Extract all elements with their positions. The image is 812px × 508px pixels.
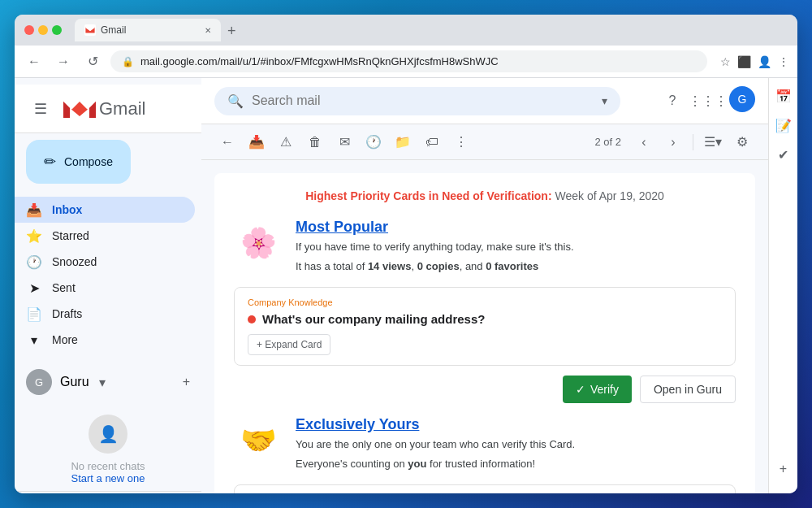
email-count: 2 of 2 xyxy=(594,136,621,148)
search-dropdown-icon[interactable]: ▾ xyxy=(602,94,607,107)
hamburger-button[interactable]: ☰ xyxy=(28,93,54,124)
verify-icon-1: ✓ xyxy=(576,383,585,396)
compose-button[interactable]: ✏ Compose xyxy=(26,140,131,184)
right-panel-calendar-icon[interactable]: 📅 xyxy=(772,85,795,107)
menu-icon[interactable]: ⋮ xyxy=(778,55,789,68)
url-bar[interactable]: 🔒 mail.google.com/mail/u/1/#inbox/FMfcgx… xyxy=(110,50,707,72)
gmail-favicon-icon xyxy=(84,24,96,36)
gmail-m-icon xyxy=(63,98,96,119)
sidebar-item-snoozed[interactable]: 🕐 Snoozed xyxy=(15,249,195,275)
start-new-chat-link[interactable]: Start a new one xyxy=(71,472,145,484)
address-right-icons: ☆ ⬛ 👤 ⋮ xyxy=(720,55,789,68)
card-exclusively-yours: 🤝 Exclusively Yours You are the only one… xyxy=(234,416,736,471)
user-label: Guru xyxy=(60,375,89,389)
chat-avatar: 👤 xyxy=(89,415,127,454)
expand-card-button-1[interactable]: + Expand Card xyxy=(248,334,330,355)
profile-menu-icon[interactable]: 👤 xyxy=(758,55,771,68)
you-text: you xyxy=(408,458,426,470)
right-panel-add-icon[interactable]: + xyxy=(772,458,795,480)
sidebar-item-drafts-label: Drafts xyxy=(52,307,82,320)
search-icon: 🔍 xyxy=(227,93,244,109)
back-to-inbox-button[interactable]: ← xyxy=(214,129,240,155)
drafts-icon: 📄 xyxy=(26,306,42,322)
most-popular-content: Most Popular If you have time to verify … xyxy=(296,219,736,274)
card-tag-1: Company Knowledge xyxy=(248,297,722,307)
prev-email-button[interactable]: ‹ xyxy=(631,129,657,155)
email-toolbar: ← 📥 ⚠ 🗑 ✉ 🕐 📁 🏷 ⋮ 2 of 2 ‹ › ☰▾ ⚙ xyxy=(201,124,768,160)
card-most-popular: 🌸 Most Popular If you have time to verif… xyxy=(234,219,736,274)
gmail-title: Gmail xyxy=(99,98,145,119)
lock-icon: 🔒 xyxy=(122,56,134,67)
toolbar-divider xyxy=(693,134,693,150)
address-bar: ← → ↺ 🔒 mail.google.com/mail/u/1/#inbox/… xyxy=(15,46,797,78)
title-bar: Gmail ✕ + xyxy=(15,15,797,46)
sidebar-item-sent-label: Sent xyxy=(52,281,76,294)
mark-unread-button[interactable]: ✉ xyxy=(331,129,357,155)
star-icon: ⭐ xyxy=(26,228,42,244)
active-tab[interactable]: Gmail ✕ xyxy=(75,19,221,41)
right-panel-notes-icon[interactable]: 📝 xyxy=(772,114,795,137)
header-right-icons: ? ⋮⋮⋮ G xyxy=(658,86,755,115)
sidebar-item-drafts[interactable]: 📄 Drafts xyxy=(15,301,195,327)
snooze-button[interactable]: 🕐 xyxy=(361,129,387,155)
sidebar: ☰ Gmail ✏ Compose 📥 Inbo xyxy=(15,78,201,493)
delete-button[interactable]: 🗑 xyxy=(302,129,328,155)
search-bar[interactable]: 🔍 ▾ xyxy=(214,87,620,115)
sidebar-item-more[interactable]: ▾ More xyxy=(15,327,195,353)
search-input[interactable] xyxy=(252,93,594,108)
verify-button-1[interactable]: ✓ Verify xyxy=(563,376,632,403)
section-divider xyxy=(234,403,736,416)
archive-button[interactable]: 📥 xyxy=(244,129,270,155)
settings-button[interactable]: ⚙ xyxy=(729,129,755,155)
most-popular-stats: It has a total of 14 views, 0 copies, an… xyxy=(296,258,736,275)
email-body: Highest Priority Cards in Need of Verifi… xyxy=(201,160,768,493)
user-profile-avatar[interactable]: G xyxy=(729,86,755,112)
sidebar-item-inbox-label: Inbox xyxy=(52,203,82,216)
maximize-button[interactable] xyxy=(52,25,62,35)
move-button[interactable]: 📁 xyxy=(390,129,416,155)
new-tab-button[interactable]: + xyxy=(222,21,241,41)
sent-icon: ➤ xyxy=(26,280,42,296)
help-button[interactable]: ? xyxy=(658,86,687,115)
apps-button[interactable]: ⋮⋮⋮ xyxy=(693,86,723,115)
exclusively-yours-desc2: Everyone's counting on you for trusted i… xyxy=(296,456,736,472)
knowledge-card-2: Company Knowledge What are our employee … xyxy=(234,484,736,493)
tab-close-button[interactable]: ✕ xyxy=(205,26,211,35)
more-actions-button[interactable]: ⋮ xyxy=(448,129,474,155)
sidebar-item-inbox[interactable]: 📥 Inbox xyxy=(15,197,195,223)
main-content: 🔍 ▾ ? ⋮⋮⋮ G ← 📥 ⚠ 🗑 ✉ 🕐 📁 🏷 xyxy=(201,78,768,493)
traffic-lights xyxy=(24,25,62,35)
most-popular-emoji: 🌸 xyxy=(234,219,283,267)
label-button[interactable]: 🏷 xyxy=(419,129,445,155)
next-email-button[interactable]: › xyxy=(660,129,686,155)
forward-button[interactable]: → xyxy=(52,50,75,73)
add-account-icon[interactable]: + xyxy=(183,375,190,389)
knowledge-card-1: Company Knowledge What's our company mai… xyxy=(234,287,736,366)
bookmark-icon[interactable]: ☆ xyxy=(720,55,731,68)
spam-button[interactable]: ⚠ xyxy=(273,129,299,155)
sidebar-item-starred[interactable]: ⭐ Starred xyxy=(15,223,195,249)
exclusively-yours-content: Exclusively Yours You are the only one o… xyxy=(296,416,736,471)
gmail-layout: ☰ Gmail ✏ Compose 📥 Inbo xyxy=(15,78,797,493)
snoozed-icon: 🕐 xyxy=(26,254,42,270)
open-guru-button-1[interactable]: Open in Guru xyxy=(640,376,736,403)
refresh-button[interactable]: ↺ xyxy=(81,50,104,73)
most-popular-title[interactable]: Most Popular xyxy=(296,219,736,236)
sidebar-item-sent[interactable]: ➤ Sent xyxy=(15,275,195,301)
back-button[interactable]: ← xyxy=(23,50,45,73)
right-panel-tasks-icon[interactable]: ✔ xyxy=(772,143,795,166)
right-gmail-panel: 📅 📝 ✔ + xyxy=(768,78,797,493)
week-text: Week of Apr 19, 2020 xyxy=(555,189,663,202)
chat-section: 👤 No recent chats Start a new one xyxy=(15,408,201,491)
favorites-count: 0 favorites xyxy=(486,260,538,272)
minimize-button[interactable] xyxy=(38,25,48,35)
sidebar-nav: 📥 Inbox ⭐ Starred 🕐 Snoozed ➤ Sent 📄 xyxy=(15,197,201,353)
close-button[interactable] xyxy=(24,25,34,35)
sidebar-user[interactable]: G Guru ▾ + xyxy=(26,366,190,398)
extensions-icon[interactable]: ⬛ xyxy=(737,55,751,68)
view-options-button[interactable]: ☰▾ xyxy=(700,129,726,155)
no-recent-chats-text: No recent chats xyxy=(26,460,190,472)
exclusively-yours-title[interactable]: Exclusively Yours xyxy=(296,416,736,433)
card-question-1: What's our company mailing address? xyxy=(248,312,722,326)
card-actions-1: ✓ Verify Open in Guru xyxy=(234,376,736,403)
